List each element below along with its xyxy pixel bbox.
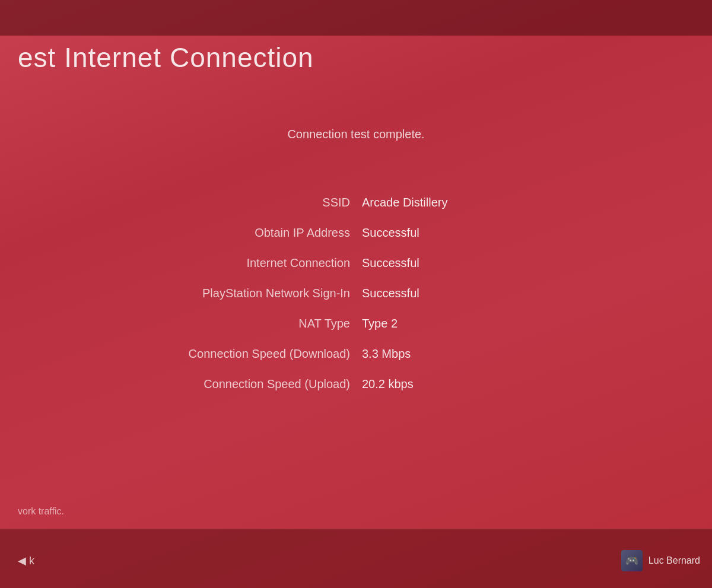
results-table: SSIDArcade DistilleryObtain IP AddressSu… xyxy=(172,196,540,408)
result-value: Type 2 xyxy=(362,317,540,330)
result-value: Successful xyxy=(362,287,540,300)
table-row: Connection Speed (Download)3.3 Mbps xyxy=(172,347,540,361)
table-row: SSIDArcade Distillery xyxy=(172,196,540,209)
result-label: NAT Type xyxy=(172,317,362,330)
table-row: PlayStation Network Sign-InSuccessful xyxy=(172,287,540,300)
top-band xyxy=(0,0,712,36)
bottom-band: ◀ k 🎮 Luc Bernard xyxy=(0,529,712,588)
result-label: Internet Connection xyxy=(172,256,362,270)
result-value: Successful xyxy=(362,256,540,270)
avatar-image: 🎮 xyxy=(621,550,643,571)
table-row: Obtain IP AddressSuccessful xyxy=(172,226,540,240)
result-label: SSID xyxy=(172,196,362,209)
table-row: Connection Speed (Upload)20.2 kbps xyxy=(172,377,540,391)
result-value: 20.2 kbps xyxy=(362,377,540,391)
avatar: 🎮 xyxy=(621,550,643,571)
result-label: Obtain IP Address xyxy=(172,226,362,240)
result-label: Connection Speed (Download) xyxy=(172,347,362,361)
table-row: Internet ConnectionSuccessful xyxy=(172,256,540,270)
user-profile: 🎮 Luc Bernard xyxy=(621,550,700,571)
result-label: PlayStation Network Sign-In xyxy=(172,287,362,300)
result-value: Successful xyxy=(362,226,540,240)
table-row: NAT TypeType 2 xyxy=(172,317,540,330)
back-button[interactable]: ◀ k xyxy=(18,554,34,567)
username-label: Luc Bernard xyxy=(649,555,700,566)
result-value: 3.3 Mbps xyxy=(362,347,540,361)
connection-status: Connection test complete. xyxy=(0,128,712,141)
screen-background: est Internet Connection Connection test … xyxy=(0,0,712,588)
result-value: Arcade Distillery xyxy=(362,196,540,209)
result-label: Connection Speed (Upload) xyxy=(172,377,362,391)
note-text: vork traffic. xyxy=(18,506,64,517)
page-title: est Internet Connection xyxy=(18,42,314,74)
